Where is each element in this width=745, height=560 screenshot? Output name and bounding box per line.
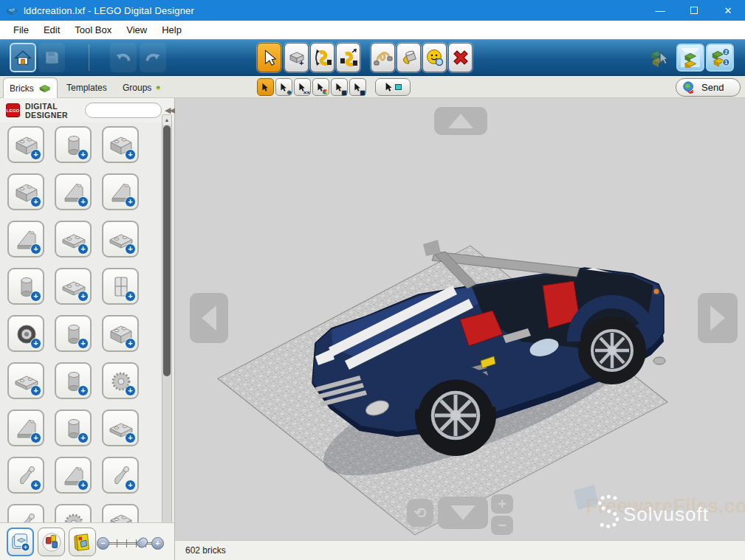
flex-tool-button[interactable]: [371, 43, 395, 72]
palette-curved-slope[interactable]: +: [7, 221, 44, 257]
rotate-view-button[interactable]: ⟲: [407, 499, 433, 527]
delete-tool-button[interactable]: [448, 43, 473, 72]
palette-small-plate[interactable]: +: [55, 268, 92, 305]
palette-road-baseplate[interactable]: +: [102, 409, 139, 446]
scroll-up-arrow[interactable]: ▲: [162, 115, 171, 125]
up-arrow-icon: [448, 114, 473, 128]
palette-headlight-brick[interactable]: +: [102, 126, 139, 163]
icon-size-slider[interactable]: − +: [97, 536, 168, 551]
building-guide-mode-button[interactable]: 2 1: [706, 44, 734, 72]
add-brick-badge: +: [30, 432, 41, 443]
zoom-in-button[interactable]: +: [491, 494, 513, 514]
plus-badge: ⊕: [286, 90, 292, 96]
brick-count: 602 bricks: [185, 545, 226, 556]
palette-wedge-slope[interactable]: +: [102, 173, 139, 210]
palette-wheel-tire[interactable]: +: [7, 315, 44, 352]
palette-brick-round-2x2[interactable]: +: [55, 126, 92, 163]
palette-gear-wheels[interactable]: +: [102, 362, 139, 399]
tab-bricks[interactable]: Bricks: [3, 77, 58, 98]
shape-color-select-button[interactable]: ▩: [349, 78, 366, 96]
brick-palette: +++++++++++++++++++++++++++: [0, 122, 161, 522]
menu-help[interactable]: Help: [154, 22, 189, 38]
menu-file[interactable]: File: [6, 22, 36, 38]
color-select-button[interactable]: [312, 78, 329, 96]
connected-select-button[interactable]: ⊕: [275, 78, 292, 96]
robot-arm-icon: [12, 508, 41, 522]
watermark-brand-text: Solvusoft: [623, 503, 709, 525]
palette-slope-brick-2x2[interactable]: +: [55, 173, 92, 210]
palette-wrench-tool[interactable]: +: [7, 457, 44, 494]
palette-scrollbar[interactable]: ▲ ▼: [162, 114, 172, 536]
brick-filter-select-button[interactable]: [375, 78, 411, 96]
multi-select-button[interactable]: ××: [294, 78, 311, 96]
view-mode-button[interactable]: [676, 44, 704, 72]
palette-vehicle-roof[interactable]: +: [7, 409, 44, 446]
minimize-button[interactable]: —: [643, 0, 677, 21]
palette-tube[interactable]: +: [55, 409, 92, 446]
palette-axle-pin[interactable]: +: [55, 362, 92, 399]
palette-train-track[interactable]: +: [102, 504, 139, 522]
slider-minus-button[interactable]: −: [97, 537, 109, 550]
palette-box-button[interactable]: [69, 528, 96, 556]
select-tool-button[interactable]: [257, 43, 281, 72]
menu-edit[interactable]: Edit: [36, 22, 67, 38]
palette-mirror-round[interactable]: +: [102, 457, 139, 494]
tab-templates[interactable]: Templates: [61, 77, 115, 98]
brick-filter-cursor-icon: [384, 81, 394, 93]
palette-wedge-plate[interactable]: +: [102, 221, 139, 257]
palette-curved-half-brick[interactable]: +: [7, 268, 44, 305]
palette-bricks-button[interactable]: +: [7, 528, 34, 556]
3d-viewport[interactable]: FreewareFiles.com Solvusoft ⟲ + −: [175, 98, 745, 540]
clone-tool-button[interactable]: +: [284, 43, 309, 72]
brick-search-input[interactable]: [85, 103, 162, 118]
pan-down-button[interactable]: [438, 497, 488, 529]
maximize-button[interactable]: [677, 0, 711, 21]
hinge-tool-button[interactable]: [310, 43, 334, 72]
left-arrow-icon: [202, 305, 216, 331]
send-button[interactable]: Send: [676, 78, 741, 97]
hide-tool-button[interactable]: [422, 43, 447, 72]
add-brick-badge: +: [30, 338, 41, 349]
slider-thumb[interactable]: [135, 536, 149, 550]
add-brick-badge: +: [30, 291, 41, 302]
slider-plus-button[interactable]: +: [151, 537, 164, 550]
palette-technic-brick-1x4[interactable]: +: [7, 173, 44, 210]
svg-text:+: +: [299, 58, 303, 67]
zoom-out-button[interactable]: −: [491, 516, 513, 535]
palette-colors-button[interactable]: [38, 528, 65, 556]
palette-motor-cylinder[interactable]: +: [55, 315, 92, 352]
palette-ship-wheel[interactable]: +: [55, 504, 92, 522]
tab-groups[interactable]: Groups: [117, 77, 167, 98]
pan-right-button[interactable]: [698, 293, 738, 343]
undo-button[interactable]: [110, 43, 137, 72]
hinge-align-icon: [339, 48, 358, 67]
add-brick-badge: +: [125, 243, 136, 255]
palette-technic-liftarm[interactable]: +: [7, 362, 44, 399]
save-button[interactable]: [38, 43, 65, 72]
palette-plate-2x2[interactable]: +: [55, 221, 92, 257]
add-brick-badge: +: [78, 338, 89, 349]
scrollbar-thumb[interactable]: [163, 125, 171, 376]
close-button[interactable]: ✕: [711, 0, 745, 21]
palette-technic-beam[interactable]: +: [102, 315, 139, 352]
paint-tool-button[interactable]: [396, 43, 421, 72]
palette-mudguard[interactable]: +: [55, 457, 92, 494]
pan-up-button[interactable]: [434, 107, 487, 135]
select-cursor-icon: [261, 49, 278, 66]
menu-tool-box[interactable]: Tool Box: [67, 22, 119, 38]
home-button[interactable]: [10, 43, 36, 72]
palette-robot-arm[interactable]: +: [7, 504, 44, 522]
menu-view[interactable]: View: [119, 22, 154, 38]
main-toolbar: +: [0, 39, 745, 76]
build-mode-button[interactable]: [644, 44, 672, 72]
single-select-button[interactable]: [257, 78, 274, 96]
palette-brick-2x3[interactable]: +: [7, 126, 44, 163]
pan-left-button[interactable]: [190, 293, 228, 343]
redo-button[interactable]: [140, 43, 166, 72]
build-mode-icon: [647, 46, 669, 69]
hinge-align-tool-button[interactable]: [336, 43, 360, 72]
palette-door-frame[interactable]: +: [102, 268, 139, 305]
color-wheel-badge: [323, 89, 328, 94]
shape-select-button[interactable]: ▦: [331, 78, 348, 96]
slider-track[interactable]: [109, 542, 157, 545]
